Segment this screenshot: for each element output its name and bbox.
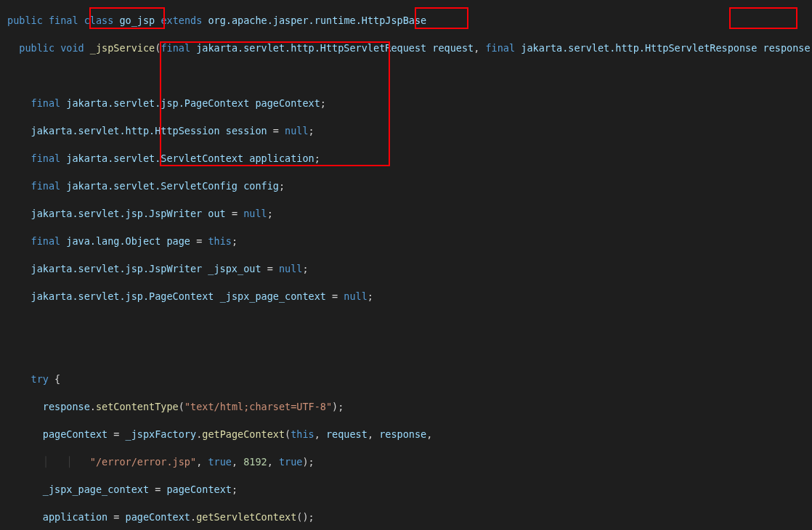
type: jakarta.servlet.ServletConfig — [66, 180, 237, 192]
type: jakarta.servlet.http.HttpServletResponse — [521, 42, 757, 54]
code-line: public void _jspService(final jakarta.se… — [7, 41, 812, 55]
keyword: final — [31, 180, 61, 192]
keyword: null — [285, 125, 309, 136]
identifier: out — [208, 208, 225, 219]
identifier: config — [243, 180, 279, 192]
identifier: pageContext — [255, 97, 320, 109]
keyword: extends — [161, 15, 202, 26]
keyword: final — [31, 152, 61, 164]
code-line: jakarta.servlet.jsp.JspWriter out = null… — [7, 207, 812, 221]
type: jakarta.servlet.http.HttpServletRequest — [196, 42, 426, 54]
code-line: application = pageContext.getServletCont… — [7, 510, 812, 524]
type: jakarta.servlet.jsp.PageContext — [31, 290, 214, 302]
code-line: final jakarta.servlet.ServletContext app… — [7, 152, 812, 166]
type: jakarta.servlet.jsp.JspWriter — [31, 208, 203, 219]
code-line: jakarta.servlet.jsp.PageContext _jspx_pa… — [7, 290, 812, 303]
identifier: response — [763, 42, 811, 54]
code-line: jakarta.servlet.jsp.JspWriter _jspx_out … — [7, 262, 812, 276]
method-call: setContentType — [96, 401, 179, 412]
keyword: void — [60, 42, 84, 54]
blank-line — [7, 317, 812, 331]
code-line: public final class go_jsp extends org.ap… — [7, 14, 812, 28]
code-editor[interactable]: public final class go_jsp extends org.ap… — [0, 0, 812, 530]
code-line: response.setContentType("text/html;chars… — [7, 400, 812, 414]
method-name: _jspService — [90, 42, 155, 54]
blank-line — [7, 345, 812, 359]
identifier: page — [166, 235, 190, 247]
string: "text/html;charset=UTF-8" — [184, 401, 332, 412]
code-line: │ │ "/error/error.jsp", true, 8192, true… — [7, 455, 812, 469]
identifier: application — [249, 152, 314, 164]
code-line: final jakarta.servlet.ServletConfig conf… — [7, 179, 812, 193]
keyword: final — [161, 42, 190, 54]
identifier: _jspx_out — [208, 263, 261, 274]
class-name: go_jsp — [119, 15, 155, 26]
keyword: final — [31, 97, 61, 109]
code-line: _jspx_page_context = pageContext; — [7, 483, 812, 497]
keyword: final — [31, 235, 61, 247]
identifier: _jspxFactory — [126, 428, 197, 440]
identifier: pageContext — [126, 511, 190, 523]
blank-line — [7, 69, 812, 83]
identifier: _jspx_page_context — [220, 290, 326, 302]
identifier: request — [432, 42, 474, 54]
identifier: request — [326, 428, 368, 440]
number: 8192 — [243, 456, 267, 468]
type: jakarta.servlet.jsp.PageContext — [66, 97, 249, 109]
code-line: final java.lang.Object page = this; — [7, 235, 812, 248]
keyword: try — [31, 373, 49, 385]
type: jakarta.servlet.jsp.JspWriter — [31, 263, 203, 274]
code-line: jakarta.servlet.http.HttpSession session… — [7, 124, 812, 138]
code-line: pageContext = _jspxFactory.getPageContex… — [7, 428, 812, 441]
keyword: null — [243, 208, 267, 219]
identifier: response — [43, 401, 90, 412]
type: org.apache.jasper.runtime.HttpJspBase — [208, 15, 426, 26]
keyword: this — [208, 235, 232, 247]
keyword: final — [485, 42, 515, 54]
type: jakarta.servlet.ServletContext — [66, 152, 243, 164]
code-line: final jakarta.servlet.jsp.PageContext pa… — [7, 97, 812, 110]
indent-guide: │ │ — [43, 456, 73, 468]
type: java.lang.Object — [66, 235, 161, 247]
identifier: pageContext — [43, 428, 107, 440]
keyword: class — [84, 15, 114, 26]
keyword: this — [291, 428, 314, 440]
keyword: null — [279, 263, 303, 274]
identifier: pageContext — [166, 484, 231, 495]
keyword: public — [19, 42, 54, 54]
method-call: getServletContext — [196, 511, 296, 523]
keyword: true — [208, 456, 232, 468]
keyword: final — [49, 15, 78, 26]
keyword: null — [344, 290, 368, 302]
keyword: public — [7, 15, 43, 26]
code-line: try { — [7, 372, 812, 386]
type: jakarta.servlet.http.HttpSession — [31, 125, 220, 136]
identifier: application — [43, 511, 107, 523]
string: "/error/error.jsp" — [90, 456, 196, 468]
identifier: session — [226, 125, 267, 136]
identifier: response — [379, 428, 426, 440]
keyword: true — [279, 456, 303, 468]
method-call: getPageContext — [202, 428, 285, 440]
identifier: _jspx_page_context — [43, 484, 149, 495]
